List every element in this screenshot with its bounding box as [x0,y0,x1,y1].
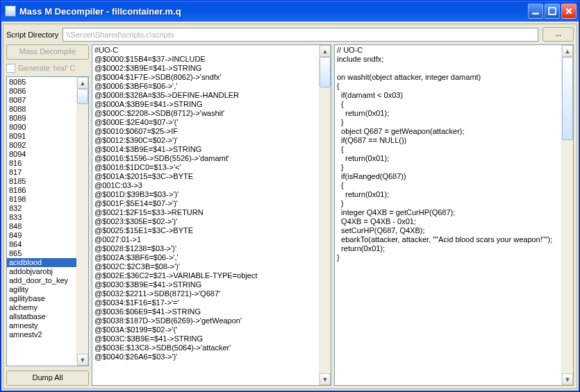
maximize-button[interactable] [545,3,560,19]
list-item[interactable]: 8186 [7,186,76,195]
list-item[interactable]: agility [7,285,76,294]
scroll-down-button[interactable]: ▼ [77,354,88,366]
window-title: Mass M Decompiler - fillcontainer.m.q [19,6,528,17]
list-item[interactable]: 8085 [7,78,76,87]
scroll-up-button[interactable]: ▲ [562,45,573,57]
list-item[interactable]: 865 [7,249,76,258]
script-directory-input[interactable]: \\Server\Shared\scripts.c\scripts [63,28,538,42]
list-item[interactable]: 8086 [7,87,76,96]
minimize-button[interactable] [528,3,543,19]
scroll-track[interactable] [320,57,331,373]
minimize-icon [531,7,540,15]
list-item[interactable]: 8088 [7,105,76,114]
list-item[interactable]: agilitybase [7,294,76,303]
app-window: Mass M Decompiler - fillcontainer.m.q Sc… [0,0,580,392]
list-item[interactable]: 832 [7,204,76,213]
script-directory-placeholder: \\Server\Shared\scripts.c\scripts [66,31,174,39]
list-item[interactable]: amnestv2 [7,330,76,339]
list-item[interactable]: 8089 [7,114,76,123]
list-item[interactable]: amnesty [7,321,76,330]
generate-real-c-checkbox[interactable] [6,64,15,73]
window-buttons [528,3,577,19]
list-item[interactable]: 8092 [7,141,76,150]
main-row: Mass Decompile Generate 'real' C 8085808… [6,44,574,386]
decompiled-pane[interactable]: // UO-C include sndfx; on washit(object … [334,44,574,386]
list-item[interactable]: alchemy [7,303,76,312]
decomp-scrollbar[interactable]: ▲ ▼ [561,45,573,385]
app-icon [5,6,16,17]
decompiled-text[interactable]: // UO-C include sndfx; on washit(object … [335,45,561,385]
scroll-thumb[interactable] [562,57,573,140]
dump-all-button[interactable]: Dump All [6,370,89,386]
disassembly-pane[interactable]: #UO-C @$0000:$15B4=$37->INCLUDE @$0002:$… [92,44,331,386]
scroll-track[interactable] [562,57,573,373]
list-item[interactable]: 864 [7,240,76,249]
client-area: Script Directory \\Server\Shared\scripts… [3,24,577,389]
script-directory-label: Script Directory [6,31,58,39]
list-item[interactable]: 8090 [7,123,76,132]
list-item[interactable]: 8198 [7,195,76,204]
script-list-content: 8085808680878088808980908091809280948168… [7,77,76,366]
script-directory-row: Script Directory \\Server\Shared\scripts… [6,27,574,42]
close-button[interactable] [561,3,577,19]
left-column: Mass Decompile Generate 'real' C 8085808… [6,44,89,386]
list-item[interactable]: 817 [7,168,76,177]
scroll-down-button[interactable]: ▼ [562,373,573,385]
list-item[interactable]: allstatbase [7,312,76,321]
svg-rect-0 [532,12,539,14]
scroll-up-button[interactable]: ▲ [77,77,88,89]
generate-real-c-row[interactable]: Generate 'real' C [6,62,89,74]
scroll-down-button[interactable]: ▼ [320,373,331,385]
list-item[interactable]: 848 [7,222,76,231]
svg-rect-1 [549,8,556,15]
script-listbox[interactable]: 8085808680878088808980908091809280948168… [6,76,89,366]
list-item[interactable]: 849 [7,231,76,240]
close-icon [565,7,573,15]
list-item[interactable]: acidblood [7,258,76,267]
disassembly-text[interactable]: #UO-C @$0000:$15B4=$37->INCLUDE @$0002:$… [92,45,319,385]
list-item[interactable]: 8094 [7,150,76,159]
list-item[interactable]: 8185 [7,177,76,186]
list-item[interactable]: addobjvarobj [7,267,76,276]
generate-real-c-label: Generate 'real' C [18,64,75,72]
browse-button[interactable]: ... [542,27,574,42]
list-item[interactable]: 8087 [7,96,76,105]
disasm-scrollbar[interactable]: ▲ ▼ [319,45,331,385]
scroll-track[interactable] [77,89,88,354]
list-scrollbar[interactable]: ▲ ▼ [76,77,88,366]
scroll-thumb[interactable] [77,89,88,104]
mass-decompile-button[interactable]: Mass Decompile [6,44,89,60]
scroll-up-button[interactable]: ▲ [320,45,331,57]
list-item[interactable]: add_door_to_key [7,276,76,285]
titlebar[interactable]: Mass M Decompiler - fillcontainer.m.q [1,1,579,22]
list-item[interactable]: 833 [7,213,76,222]
maximize-icon [548,7,556,15]
scroll-thumb[interactable] [320,57,331,87]
list-item[interactable]: 816 [7,159,76,168]
list-item[interactable]: 8091 [7,132,76,141]
